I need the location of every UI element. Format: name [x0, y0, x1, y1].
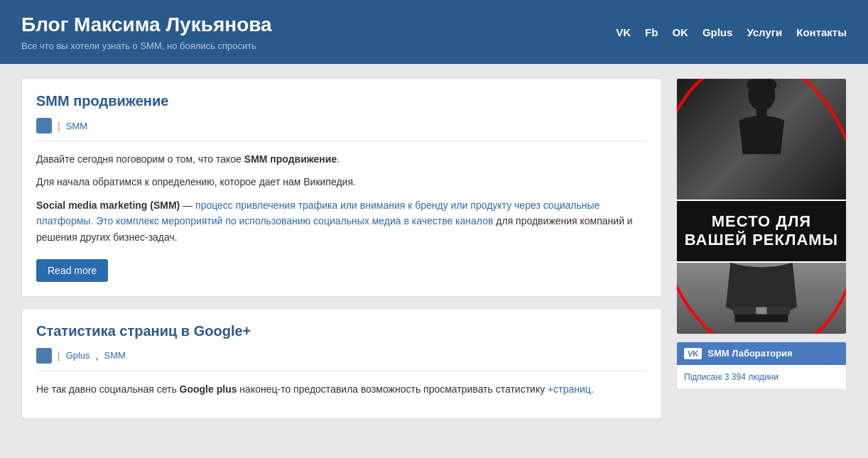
article-1-para-2: Для начала обратимся к определению, кото…: [36, 174, 647, 190]
nav-ok[interactable]: OK: [672, 26, 688, 38]
svg-rect-1: [756, 107, 767, 116]
nav-gplus[interactable]: Gplus: [702, 26, 733, 38]
article-2-para-1: Не так давно социальная сеть Google plus…: [36, 381, 647, 397]
site-subtitle: Все что вы хотели узнать о SMM, но бояли…: [21, 40, 272, 51]
read-more-button-1[interactable]: Read more: [36, 259, 108, 282]
nav-uslugi[interactable]: Услуги: [747, 26, 782, 38]
top-silhouette-svg: [702, 79, 821, 200]
article-smm-prodvizhenie: SMM продвижение | SMM Давайте сегодня по…: [21, 78, 662, 297]
meta-tag-gplus[interactable]: Gplus: [66, 350, 90, 361]
meta-separator-1: |: [58, 120, 60, 131]
vk-widget-body: Підписані 3 394 людини: [677, 365, 846, 389]
article-1-title: SMM продвижение: [36, 93, 647, 109]
nav-fb[interactable]: Fb: [645, 26, 658, 38]
article-2-meta: | Gplus , SMM: [36, 348, 647, 371]
meta-icon-2: [36, 348, 52, 364]
article-2-title: Статистика страниц в Google+: [36, 323, 647, 339]
article-1-title-rest: продвижение: [70, 93, 169, 109]
vk-widget-header: VK SMM Лаборатория: [677, 342, 846, 365]
site-title: Блог Максима Лукьянова: [21, 13, 272, 36]
sidebar: МЕСТО ДЛЯ ВАШЕЙ РЕКЛАМЫ VK SMM Лаборатор: [676, 78, 847, 419]
article-2-title-bold: Google+: [194, 323, 251, 339]
article-1-title-bold: SMM: [36, 93, 70, 109]
main-nav: VK Fb OK Gplus Услуги Контакты: [616, 26, 847, 38]
meta-separator-2: |: [58, 350, 60, 361]
ad-image-top: [677, 79, 846, 200]
article-2-title-prefix: Статистика страниц в: [36, 323, 194, 339]
nav-vk[interactable]: VK: [616, 26, 631, 38]
ad-banner-text[interactable]: МЕСТО ДЛЯ ВАШЕЙ РЕКЛАМЫ: [677, 200, 846, 263]
meta-icon-1: [36, 118, 52, 133]
header-branding: Блог Максима Лукьянова Все что вы хотели…: [21, 13, 272, 51]
ad-image-bottom: [677, 263, 846, 334]
article-google-plus: Статистика страниц в Google+ | Gplus , S…: [21, 308, 662, 419]
article-1-meta: | SMM: [36, 118, 647, 141]
nav-kontakty[interactable]: Контакты: [796, 26, 847, 38]
vk-widget-title: SMM Лаборатория: [707, 348, 792, 359]
main-container: SMM продвижение | SMM Давайте сегодня по…: [0, 64, 868, 433]
header: Блог Максима Лукьянова Все что вы хотели…: [0, 0, 868, 64]
article-1-body: Давайте сегодня поговорим о том, что так…: [36, 151, 647, 245]
vk-widget: VK SMM Лаборатория Підписані 3 394 людин…: [676, 342, 847, 390]
article-2-body: Не так давно социальная сеть Google plus…: [36, 381, 647, 397]
sidebar-ad: МЕСТО ДЛЯ ВАШЕЙ РЕКЛАМЫ: [676, 78, 847, 334]
article-1-para-3: Social media marketing (SMM) — процесс п…: [36, 197, 647, 245]
article-1-para-1: Давайте сегодня поговорим о том, что так…: [36, 151, 647, 167]
meta-comma: ,: [96, 350, 99, 361]
vk-logo: VK: [684, 348, 702, 359]
meta-tag-smm[interactable]: SMM: [66, 121, 87, 131]
content-area: SMM продвижение | SMM Давайте сегодня по…: [21, 78, 662, 419]
svg-rect-5: [756, 307, 767, 314]
bottom-silhouette-svg: [677, 263, 846, 334]
meta-tag-smm-2[interactable]: SMM: [104, 350, 126, 361]
vk-subscribers: Підписані 3 394 людини: [684, 372, 779, 382]
